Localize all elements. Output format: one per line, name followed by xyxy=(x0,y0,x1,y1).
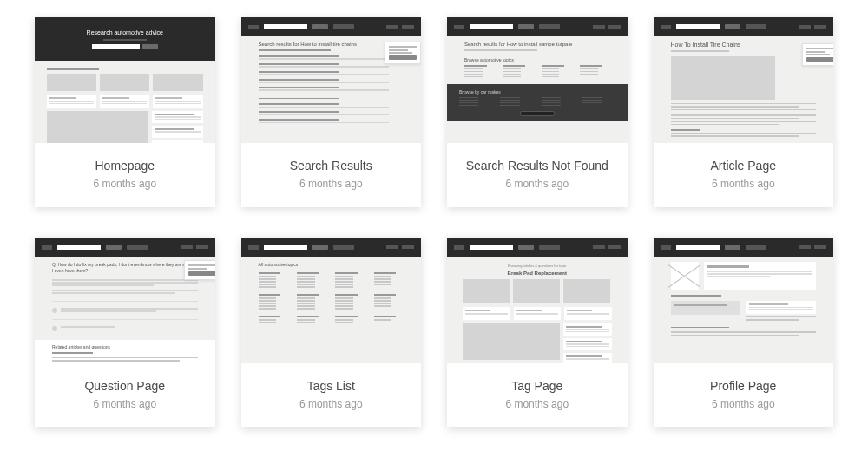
article-heading: How To Install Tire Chains xyxy=(671,42,817,48)
card-meta: Question Page 6 months ago xyxy=(35,363,215,427)
card-profile-page[interactable]: Profile Page 6 months ago xyxy=(654,238,834,427)
card-search-results[interactable]: Search results for How to install tire c… xyxy=(241,17,422,207)
card-timestamp: 6 months ago xyxy=(457,398,617,410)
makes-heading: Browse by car makes xyxy=(459,89,615,95)
avatar-placeholder xyxy=(671,262,699,290)
card-title: Article Page xyxy=(664,159,824,173)
browsing-label: Browsing articles & questions for topic xyxy=(463,264,612,268)
tags-heading: All automotive topics xyxy=(259,262,404,267)
card-title: Tag Page xyxy=(457,379,617,393)
card-title: Search Results Not Found xyxy=(457,159,617,173)
thumbnail: How To Install Tire Chains xyxy=(654,17,834,143)
thumbnail: Research automotive advice xyxy=(35,17,215,143)
card-tags-list[interactable]: All automotive topics xyxy=(241,238,422,427)
card-meta: Tag Page 6 months ago xyxy=(447,363,628,427)
card-meta: Search Results Not Found 6 months ago xyxy=(447,143,628,207)
card-question-page[interactable]: Q: How do I do fix my break pads, I dont… xyxy=(35,238,215,427)
card-timestamp: 6 months ago xyxy=(45,398,205,410)
thumbnail xyxy=(654,238,834,363)
card-meta: Tags List 6 months ago xyxy=(241,363,422,427)
browse-heading: Browse automotive topics xyxy=(464,57,610,62)
thumbnail: All automotive topics xyxy=(241,238,422,363)
card-title: Homepage xyxy=(45,159,205,173)
card-title: Tags List xyxy=(252,379,411,393)
card-timestamp: 6 months ago xyxy=(664,398,824,410)
card-title: Search Results xyxy=(252,159,411,173)
card-tag-page[interactable]: Browsing articles & questions for topic … xyxy=(447,238,628,427)
card-title: Question Page xyxy=(45,379,205,393)
hero-title: Research automotive advice xyxy=(87,29,163,36)
card-meta: Homepage 6 months ago xyxy=(35,143,215,207)
thumbnail: Search results for How to install sampe … xyxy=(447,17,628,143)
card-timestamp: 6 months ago xyxy=(664,178,824,190)
card-search-not-found[interactable]: Search results for How to install sampe … xyxy=(447,17,628,207)
related-heading: Related articles and questions xyxy=(52,344,198,349)
search-heading: Search results for How to install sampe … xyxy=(464,42,610,47)
thumbnail: Q: How do I do fix my break pads, I dont… xyxy=(35,238,215,363)
question-heading: Q: How do I do fix my break pads, I dont… xyxy=(52,262,198,273)
card-timestamp: 6 months ago xyxy=(45,178,205,190)
search-heading: Search results for How to install tire c… xyxy=(259,42,404,47)
card-timestamp: 6 months ago xyxy=(457,178,617,190)
card-homepage[interactable]: Research automotive advice xyxy=(35,17,215,207)
tag-name: Break Pad Replacement xyxy=(463,271,612,276)
card-timestamp: 6 months ago xyxy=(252,398,411,410)
card-meta: Article Page 6 months ago xyxy=(654,143,834,207)
thumbnail: Search results for How to install tire c… xyxy=(241,17,422,143)
card-meta: Search Results 6 months ago xyxy=(241,143,422,207)
card-article-page[interactable]: How To Install Tire Chains xyxy=(654,17,834,207)
thumbnail: Browsing articles & questions for topic … xyxy=(447,238,628,363)
wireframe-grid: Research automotive advice xyxy=(35,17,833,427)
card-meta: Profile Page 6 months ago xyxy=(654,363,834,427)
card-title: Profile Page xyxy=(664,379,824,393)
card-timestamp: 6 months ago xyxy=(252,178,411,190)
